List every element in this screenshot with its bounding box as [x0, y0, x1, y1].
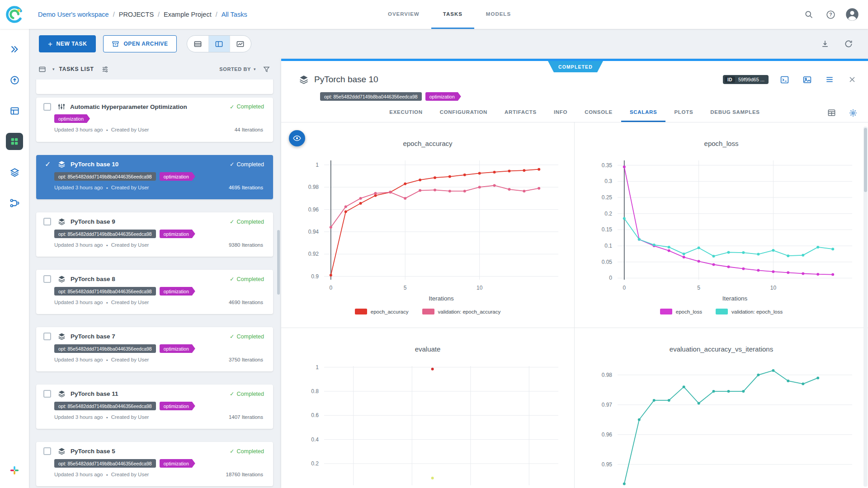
detail-tab-scalars[interactable]: SCALARS — [621, 103, 666, 122]
detail-tab-configuration[interactable]: CONFIGURATION — [431, 103, 496, 122]
tag-gray[interactable]: opt: 85e5482ddd7149b8ba0446356eedca98 — [54, 172, 156, 181]
detail-tab-plots[interactable]: PLOTS — [665, 103, 702, 122]
legend-item[interactable]: epoch_loss — [660, 309, 702, 314]
tasks-list-scrollbar[interactable] — [277, 230, 280, 295]
clearml-logo[interactable] — [0, 0, 29, 29]
tag-gray[interactable]: opt: 85e5482ddd7149b8ba0446356eedca98 — [54, 344, 156, 353]
nav-pipelines[interactable] — [6, 194, 23, 211]
double-chevron-icon — [9, 44, 19, 54]
task-checkbox[interactable] — [43, 275, 51, 283]
caret-down-icon[interactable]: ▾ — [52, 67, 55, 71]
task-checkbox[interactable] — [43, 447, 51, 455]
tag-magenta[interactable]: optimization — [54, 114, 90, 123]
task-meta: Updated 3 hours ago ● Created by User 18… — [54, 472, 266, 477]
task-updated: Updated 3 hours ago — [54, 127, 103, 132]
task-checkbox[interactable] — [43, 390, 51, 398]
task-card[interactable]: PyTorch base 10 ✓ Completed opt: 85e5482… — [36, 155, 273, 199]
tag-magenta[interactable]: optimization — [160, 172, 195, 181]
slack-link[interactable] — [6, 462, 23, 479]
tag-gray[interactable]: opt: 85e5482ddd7149b8ba0446356eedca98 — [54, 402, 156, 410]
detail-tab-debug-samples[interactable]: DEBUG SAMPLES — [702, 103, 768, 122]
tag-magenta[interactable]: optimization — [160, 459, 195, 468]
header-tab-overview[interactable]: OVERVIEW — [376, 0, 431, 29]
chart-legend: epoch_accuracyvalidation: epoch_accuracy — [281, 309, 574, 314]
task-card[interactable]: PyTorch base 5 ✓ Completed opt: 85e5482d… — [36, 442, 273, 486]
user-avatar[interactable] — [844, 6, 861, 23]
new-task-button[interactable]: + NEW TASK — [39, 35, 96, 52]
scalars-settings-button[interactable] — [846, 106, 860, 120]
task-card[interactable]: PyTorch base 8 ✓ Completed opt: 85e5482d… — [36, 270, 273, 314]
tag-gray[interactable]: opt: 85e5482ddd7149b8ba0446356eedca98 — [54, 230, 156, 238]
metrics-table-button[interactable] — [825, 106, 838, 120]
svg-text:0.97: 0.97 — [602, 402, 613, 408]
task-checkbox[interactable] — [43, 218, 51, 225]
task-card[interactable]: PyTorch base 7 ✓ Completed opt: 85e5482d… — [36, 327, 273, 371]
legend-item[interactable]: validation: epoch_loss — [716, 309, 783, 314]
tag-magenta[interactable]: optimization — [160, 402, 195, 410]
task-card[interactable]: Automatic Hyperparameter Optimization ✓ … — [36, 98, 273, 142]
hide-show-plots-button[interactable] — [289, 130, 305, 146]
detail-tab-info[interactable]: INFO — [545, 103, 576, 122]
chart-view-button[interactable] — [230, 36, 251, 52]
header-tab-models[interactable]: MODELS — [474, 0, 523, 29]
filter-button[interactable] — [260, 63, 272, 75]
task-checkbox[interactable] — [43, 333, 51, 340]
task-card[interactable]: PyTorch base 9 ✓ Completed opt: 85e5482d… — [36, 212, 273, 257]
debug-images-button[interactable] — [800, 73, 814, 86]
header-tab-tasks[interactable]: TASKS — [431, 0, 474, 29]
split-view-button[interactable] — [208, 36, 230, 52]
nav-projects[interactable] — [6, 133, 23, 150]
task-card[interactable]: PyTorch base 11 ✓ Completed opt: 85e5482… — [36, 385, 273, 429]
breadcrumb-item[interactable]: All Tasks — [222, 11, 247, 18]
task-updated: Updated 3 hours ago — [54, 472, 103, 477]
task-card-partial[interactable] — [36, 80, 273, 94]
check-icon: ✓ — [230, 333, 234, 340]
console-output-button[interactable] — [778, 73, 791, 86]
nav-reports[interactable] — [6, 102, 23, 119]
list-view-mode-button[interactable] — [36, 63, 48, 75]
sorted-by-button[interactable]: SORTED BY ▾ — [219, 66, 256, 72]
detail-tab-console[interactable]: CONSOLE — [576, 103, 621, 122]
detail-scrollbar-thumb[interactable] — [864, 128, 867, 192]
tag-magenta[interactable]: optimization — [160, 344, 195, 353]
task-updated: Updated 3 hours ago — [54, 414, 103, 420]
svg-text:0.2: 0.2 — [311, 460, 319, 467]
task-title: PyTorch base 10 — [314, 75, 378, 84]
auto-refresh-button[interactable] — [840, 35, 857, 52]
tag-gray[interactable]: opt: 85e5482ddd7149b8ba0446356eedca98 — [54, 287, 156, 296]
detail-tab-artifacts[interactable]: ARTIFACTS — [496, 103, 545, 122]
download-icon — [821, 39, 830, 48]
task-status: ✓ Completed — [230, 276, 266, 282]
help-button[interactable]: ? — [822, 6, 839, 23]
nav-dashboard[interactable] — [6, 71, 23, 89]
legend-item[interactable]: epoch_accuracy — [355, 309, 409, 314]
breadcrumb-item[interactable]: PROJECTS — [119, 11, 154, 18]
breadcrumb-item[interactable]: Example Project — [164, 11, 212, 18]
nav-getting-started[interactable] — [6, 41, 23, 58]
tag-magenta[interactable]: optimization — [425, 92, 461, 101]
task-id-badge[interactable]: ID 59f99d65 ... — [723, 75, 769, 84]
tag-magenta[interactable]: optimization — [160, 287, 195, 296]
task-checkbox[interactable] — [43, 103, 51, 111]
task-title: PyTorch base 9 — [71, 218, 115, 225]
close-detail-button[interactable] — [845, 73, 859, 86]
details-menu-button[interactable] — [823, 73, 836, 86]
tag-magenta[interactable]: optimization — [160, 230, 195, 238]
task-checkbox[interactable] — [43, 160, 51, 168]
breadcrumb-item[interactable]: Demo User's workspace — [38, 11, 109, 18]
legend-item[interactable]: validation: epoch_accuracy — [422, 309, 501, 314]
task-created: Created by User — [111, 472, 149, 477]
download-button[interactable] — [816, 35, 834, 52]
open-archive-button[interactable]: OPEN ARCHIVE — [103, 35, 176, 52]
tag-gray[interactable]: opt: 85e5482ddd7149b8ba0446356eedca98 — [54, 459, 156, 468]
caret-down-icon: ▾ — [254, 67, 256, 71]
detail-tab-execution[interactable]: EXECUTION — [381, 103, 431, 122]
list-settings-button[interactable] — [99, 63, 111, 75]
table-view-button[interactable] — [187, 36, 208, 52]
tag-gray[interactable]: opt: 85e5482ddd7149b8ba0446356eedca98 — [320, 92, 422, 101]
nav-datasets[interactable] — [6, 164, 23, 181]
search-button[interactable] — [800, 6, 817, 23]
detail-scrollbar[interactable] — [863, 127, 868, 487]
reports-icon — [9, 106, 20, 116]
svg-text:0.9: 0.9 — [311, 273, 319, 280]
